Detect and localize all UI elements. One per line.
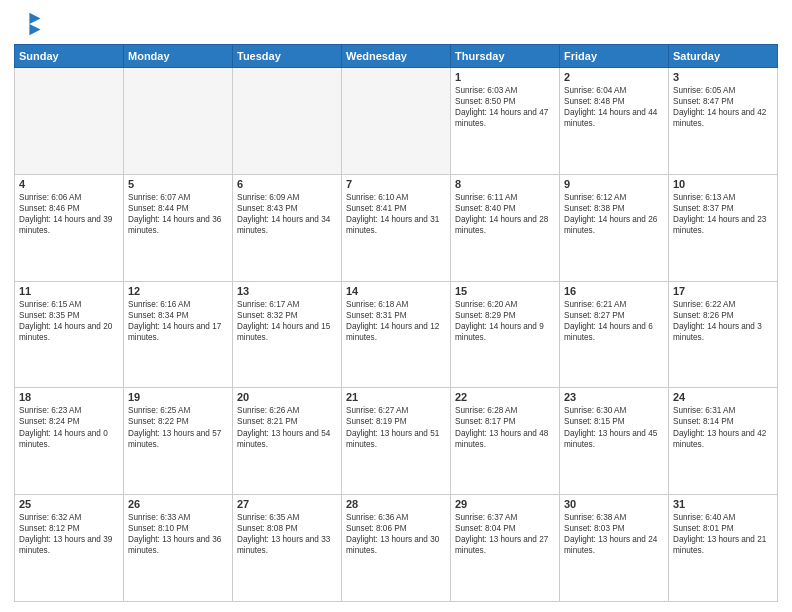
day-number: 4 — [19, 178, 119, 190]
day-header-thursday: Thursday — [451, 45, 560, 68]
day-info: Sunrise: 6:06 AM Sunset: 8:46 PM Dayligh… — [19, 192, 119, 236]
day-number: 14 — [346, 285, 446, 297]
calendar-cell: 3Sunrise: 6:05 AM Sunset: 8:47 PM Daylig… — [669, 68, 778, 175]
day-info: Sunrise: 6:40 AM Sunset: 8:01 PM Dayligh… — [673, 512, 773, 556]
day-info: Sunrise: 6:09 AM Sunset: 8:43 PM Dayligh… — [237, 192, 337, 236]
day-number: 31 — [673, 498, 773, 510]
day-number: 21 — [346, 391, 446, 403]
svg-marker-1 — [29, 24, 40, 35]
day-header-monday: Monday — [124, 45, 233, 68]
day-info: Sunrise: 6:26 AM Sunset: 8:21 PM Dayligh… — [237, 405, 337, 449]
calendar-cell: 8Sunrise: 6:11 AM Sunset: 8:40 PM Daylig… — [451, 174, 560, 281]
calendar-cell: 6Sunrise: 6:09 AM Sunset: 8:43 PM Daylig… — [233, 174, 342, 281]
day-info: Sunrise: 6:05 AM Sunset: 8:47 PM Dayligh… — [673, 85, 773, 129]
page: SundayMondayTuesdayWednesdayThursdayFrid… — [0, 0, 792, 612]
calendar-cell: 2Sunrise: 6:04 AM Sunset: 8:48 PM Daylig… — [560, 68, 669, 175]
calendar-cell: 24Sunrise: 6:31 AM Sunset: 8:14 PM Dayli… — [669, 388, 778, 495]
week-row-4: 18Sunrise: 6:23 AM Sunset: 8:24 PM Dayli… — [15, 388, 778, 495]
day-info: Sunrise: 6:35 AM Sunset: 8:08 PM Dayligh… — [237, 512, 337, 556]
day-info: Sunrise: 6:03 AM Sunset: 8:50 PM Dayligh… — [455, 85, 555, 129]
logo — [14, 10, 46, 38]
day-number: 19 — [128, 391, 228, 403]
day-header-wednesday: Wednesday — [342, 45, 451, 68]
calendar-cell: 14Sunrise: 6:18 AM Sunset: 8:31 PM Dayli… — [342, 281, 451, 388]
day-info: Sunrise: 6:22 AM Sunset: 8:26 PM Dayligh… — [673, 299, 773, 343]
day-number: 3 — [673, 71, 773, 83]
day-info: Sunrise: 6:33 AM Sunset: 8:10 PM Dayligh… — [128, 512, 228, 556]
day-number: 8 — [455, 178, 555, 190]
calendar-cell: 4Sunrise: 6:06 AM Sunset: 8:46 PM Daylig… — [15, 174, 124, 281]
calendar-cell — [124, 68, 233, 175]
day-number: 16 — [564, 285, 664, 297]
day-number: 5 — [128, 178, 228, 190]
day-number: 24 — [673, 391, 773, 403]
day-info: Sunrise: 6:25 AM Sunset: 8:22 PM Dayligh… — [128, 405, 228, 449]
day-number: 22 — [455, 391, 555, 403]
day-info: Sunrise: 6:04 AM Sunset: 8:48 PM Dayligh… — [564, 85, 664, 129]
calendar-cell: 20Sunrise: 6:26 AM Sunset: 8:21 PM Dayli… — [233, 388, 342, 495]
day-number: 1 — [455, 71, 555, 83]
calendar-cell — [342, 68, 451, 175]
day-info: Sunrise: 6:28 AM Sunset: 8:17 PM Dayligh… — [455, 405, 555, 449]
day-info: Sunrise: 6:11 AM Sunset: 8:40 PM Dayligh… — [455, 192, 555, 236]
day-number: 17 — [673, 285, 773, 297]
header-row: SundayMondayTuesdayWednesdayThursdayFrid… — [15, 45, 778, 68]
day-number: 23 — [564, 391, 664, 403]
day-info: Sunrise: 6:15 AM Sunset: 8:35 PM Dayligh… — [19, 299, 119, 343]
day-info: Sunrise: 6:37 AM Sunset: 8:04 PM Dayligh… — [455, 512, 555, 556]
calendar-cell: 7Sunrise: 6:10 AM Sunset: 8:41 PM Daylig… — [342, 174, 451, 281]
calendar-cell: 30Sunrise: 6:38 AM Sunset: 8:03 PM Dayli… — [560, 495, 669, 602]
day-number: 26 — [128, 498, 228, 510]
week-row-2: 4Sunrise: 6:06 AM Sunset: 8:46 PM Daylig… — [15, 174, 778, 281]
day-header-sunday: Sunday — [15, 45, 124, 68]
calendar-cell: 13Sunrise: 6:17 AM Sunset: 8:32 PM Dayli… — [233, 281, 342, 388]
calendar-cell: 17Sunrise: 6:22 AM Sunset: 8:26 PM Dayli… — [669, 281, 778, 388]
day-info: Sunrise: 6:17 AM Sunset: 8:32 PM Dayligh… — [237, 299, 337, 343]
calendar-cell: 9Sunrise: 6:12 AM Sunset: 8:38 PM Daylig… — [560, 174, 669, 281]
day-number: 7 — [346, 178, 446, 190]
calendar-cell: 28Sunrise: 6:36 AM Sunset: 8:06 PM Dayli… — [342, 495, 451, 602]
week-row-1: 1Sunrise: 6:03 AM Sunset: 8:50 PM Daylig… — [15, 68, 778, 175]
day-info: Sunrise: 6:18 AM Sunset: 8:31 PM Dayligh… — [346, 299, 446, 343]
day-number: 2 — [564, 71, 664, 83]
day-number: 28 — [346, 498, 446, 510]
day-info: Sunrise: 6:12 AM Sunset: 8:38 PM Dayligh… — [564, 192, 664, 236]
calendar-cell: 31Sunrise: 6:40 AM Sunset: 8:01 PM Dayli… — [669, 495, 778, 602]
day-info: Sunrise: 6:10 AM Sunset: 8:41 PM Dayligh… — [346, 192, 446, 236]
day-header-tuesday: Tuesday — [233, 45, 342, 68]
calendar-cell: 5Sunrise: 6:07 AM Sunset: 8:44 PM Daylig… — [124, 174, 233, 281]
calendar-cell: 23Sunrise: 6:30 AM Sunset: 8:15 PM Dayli… — [560, 388, 669, 495]
week-row-3: 11Sunrise: 6:15 AM Sunset: 8:35 PM Dayli… — [15, 281, 778, 388]
day-number: 13 — [237, 285, 337, 297]
day-info: Sunrise: 6:27 AM Sunset: 8:19 PM Dayligh… — [346, 405, 446, 449]
calendar-cell: 19Sunrise: 6:25 AM Sunset: 8:22 PM Dayli… — [124, 388, 233, 495]
calendar-cell: 22Sunrise: 6:28 AM Sunset: 8:17 PM Dayli… — [451, 388, 560, 495]
day-info: Sunrise: 6:20 AM Sunset: 8:29 PM Dayligh… — [455, 299, 555, 343]
day-header-friday: Friday — [560, 45, 669, 68]
day-info: Sunrise: 6:36 AM Sunset: 8:06 PM Dayligh… — [346, 512, 446, 556]
day-header-saturday: Saturday — [669, 45, 778, 68]
calendar-cell: 29Sunrise: 6:37 AM Sunset: 8:04 PM Dayli… — [451, 495, 560, 602]
calendar-cell: 11Sunrise: 6:15 AM Sunset: 8:35 PM Dayli… — [15, 281, 124, 388]
day-info: Sunrise: 6:30 AM Sunset: 8:15 PM Dayligh… — [564, 405, 664, 449]
day-info: Sunrise: 6:16 AM Sunset: 8:34 PM Dayligh… — [128, 299, 228, 343]
day-number: 6 — [237, 178, 337, 190]
calendar-cell: 25Sunrise: 6:32 AM Sunset: 8:12 PM Dayli… — [15, 495, 124, 602]
day-info: Sunrise: 6:23 AM Sunset: 8:24 PM Dayligh… — [19, 405, 119, 449]
day-info: Sunrise: 6:32 AM Sunset: 8:12 PM Dayligh… — [19, 512, 119, 556]
day-number: 27 — [237, 498, 337, 510]
calendar-cell — [233, 68, 342, 175]
day-number: 29 — [455, 498, 555, 510]
calendar-cell: 1Sunrise: 6:03 AM Sunset: 8:50 PM Daylig… — [451, 68, 560, 175]
svg-marker-0 — [29, 13, 40, 24]
calendar-cell: 12Sunrise: 6:16 AM Sunset: 8:34 PM Dayli… — [124, 281, 233, 388]
calendar-cell: 18Sunrise: 6:23 AM Sunset: 8:24 PM Dayli… — [15, 388, 124, 495]
calendar-cell: 26Sunrise: 6:33 AM Sunset: 8:10 PM Dayli… — [124, 495, 233, 602]
day-number: 12 — [128, 285, 228, 297]
day-number: 10 — [673, 178, 773, 190]
calendar-cell: 15Sunrise: 6:20 AM Sunset: 8:29 PM Dayli… — [451, 281, 560, 388]
week-row-5: 25Sunrise: 6:32 AM Sunset: 8:12 PM Dayli… — [15, 495, 778, 602]
header — [14, 10, 778, 38]
day-number: 15 — [455, 285, 555, 297]
day-number: 25 — [19, 498, 119, 510]
